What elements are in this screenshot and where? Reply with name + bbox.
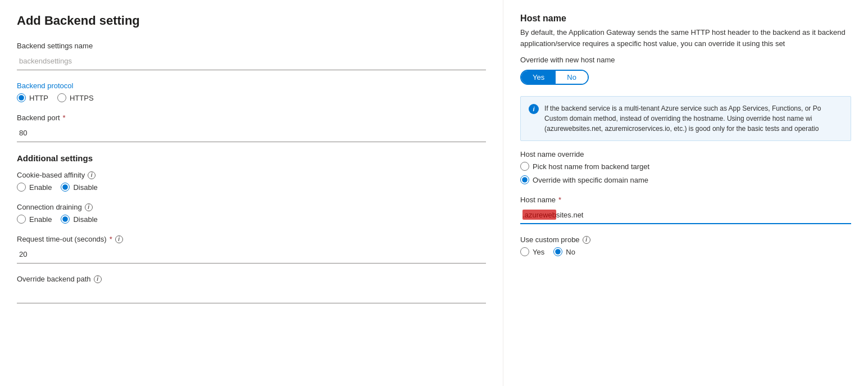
redacted-overlay (522, 210, 556, 220)
override-specific-label: Override with specific domain name (533, 176, 648, 184)
backend-settings-name-input[interactable] (17, 52, 486, 70)
conn-disable-option[interactable]: Disable (61, 215, 97, 224)
backend-port-label: Backend port * (17, 113, 486, 122)
backend-settings-name-section: Backend settings name (17, 42, 486, 70)
pick-host-label: Pick host name from backend target (533, 162, 649, 171)
override-specific-option[interactable]: Override with specific domain name (520, 175, 648, 184)
override-backend-path-label: Override backend path i (17, 275, 486, 283)
connection-draining-info-icon: i (85, 203, 93, 211)
probe-yes-radio[interactable] (520, 247, 529, 256)
use-custom-probe-label: Use custom probe i (520, 235, 851, 244)
override-host-name-toggle[interactable]: Yes No (520, 70, 589, 85)
override-specific-radio[interactable] (520, 175, 529, 184)
request-timeout-input[interactable] (17, 246, 486, 264)
host-name-input-section: Host name * (520, 196, 851, 224)
protocol-https-label: HTTPS (70, 94, 94, 102)
override-host-name-label: Override with new host name (520, 56, 851, 64)
info-box-icon: i (529, 104, 539, 114)
host-name-required-label: Host name * (520, 196, 851, 204)
host-name-override-section: Host name override Pick host name from b… (520, 150, 851, 184)
probe-yes-option[interactable]: Yes (520, 247, 544, 256)
backend-protocol-section: Backend protocol HTTP HTTPS (17, 81, 486, 102)
protocol-http-label: HTTP (29, 94, 48, 102)
cookie-affinity-info-icon: i (88, 171, 96, 179)
host-name-input[interactable] (520, 206, 851, 224)
conn-disable-radio[interactable] (61, 215, 70, 224)
custom-probe-info-icon: i (583, 236, 590, 244)
connection-draining-label: Connection draining i (17, 203, 486, 211)
host-name-description: By default, the Application Gateway send… (520, 27, 851, 49)
backend-port-section: Backend port * (17, 113, 486, 142)
page-title: Add Backend setting (17, 13, 486, 28)
conn-enable-option[interactable]: Enable (17, 215, 52, 224)
override-backend-path-section: Override backend path i (17, 275, 486, 303)
protocol-http-radio[interactable] (17, 93, 26, 102)
use-custom-probe-section: Use custom probe i Yes No (520, 235, 851, 256)
toggle-yes-button[interactable]: Yes (521, 71, 556, 84)
cookie-enable-option[interactable]: Enable (17, 183, 52, 192)
host-name-input-wrapper (520, 206, 851, 224)
probe-no-option[interactable]: No (553, 247, 575, 256)
left-panel: Add Backend setting Backend settings nam… (0, 0, 503, 386)
toggle-no-button[interactable]: No (556, 71, 588, 84)
cookie-enable-radio[interactable] (17, 183, 26, 192)
host-name-override-radio-group: Pick host name from backend target Overr… (520, 162, 851, 184)
backend-settings-name-label: Backend settings name (17, 42, 486, 50)
override-backend-info-icon: i (94, 275, 102, 283)
backend-protocol-label: Backend protocol (17, 81, 486, 90)
additional-settings-section: Additional settings Cookie-based affinit… (17, 153, 486, 303)
conn-enable-label: Enable (29, 215, 52, 224)
cookie-affinity-section: Cookie-based affinity i Enable Disable (17, 171, 486, 192)
cookie-affinity-label: Cookie-based affinity i (17, 171, 486, 179)
probe-yes-label: Yes (533, 248, 544, 256)
right-panel: Host name By default, the Application Ga… (503, 0, 868, 386)
info-box-text: If the backend service is a multi-tenant… (544, 103, 843, 134)
connection-draining-section: Connection draining i Enable Disable (17, 203, 486, 224)
request-timeout-info-icon: i (115, 235, 123, 243)
override-host-name-section: Override with new host name Yes No (520, 56, 851, 85)
cookie-disable-option[interactable]: Disable (61, 183, 97, 192)
protocol-http-option[interactable]: HTTP (17, 93, 48, 102)
probe-no-radio[interactable] (553, 247, 562, 256)
override-backend-path-input[interactable] (17, 285, 486, 303)
backend-port-input[interactable] (17, 124, 486, 142)
cookie-disable-radio[interactable] (61, 183, 70, 192)
conn-enable-radio[interactable] (17, 215, 26, 224)
protocol-https-option[interactable]: HTTPS (57, 93, 94, 102)
host-name-title: Host name (520, 13, 851, 24)
request-timeout-section: Request time-out (seconds) * i (17, 235, 486, 264)
pick-host-option[interactable]: Pick host name from backend target (520, 162, 649, 171)
backend-protocol-radio-group: HTTP HTTPS (17, 93, 486, 102)
custom-probe-radio-group: Yes No (520, 247, 851, 256)
cookie-enable-label: Enable (29, 183, 52, 192)
pick-host-radio[interactable] (520, 162, 529, 171)
protocol-https-radio[interactable] (57, 93, 66, 102)
host-name-override-label: Host name override (520, 150, 851, 158)
request-timeout-label: Request time-out (seconds) * i (17, 235, 486, 243)
info-box: i If the backend service is a multi-tena… (520, 96, 851, 141)
probe-no-label: No (566, 248, 575, 256)
cookie-disable-label: Disable (73, 183, 97, 192)
conn-disable-label: Disable (73, 215, 97, 224)
cookie-affinity-radio-group: Enable Disable (17, 183, 486, 192)
additional-settings-title: Additional settings (17, 153, 486, 163)
connection-draining-radio-group: Enable Disable (17, 215, 486, 224)
